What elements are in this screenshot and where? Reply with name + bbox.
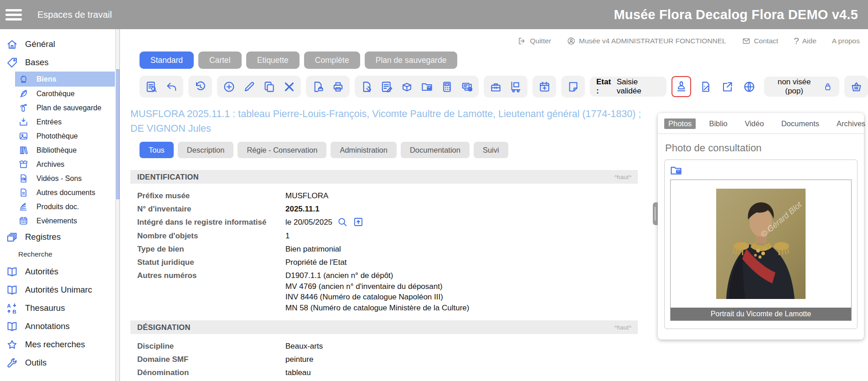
package-icon xyxy=(400,80,413,93)
media-tab-biblio[interactable]: Biblio xyxy=(705,118,731,129)
edit-button[interactable] xyxy=(239,77,258,96)
format-tab-cartel[interactable]: Cartel xyxy=(198,51,242,69)
visa-status-button[interactable]: non visée (pop) xyxy=(764,77,839,97)
printer-icon xyxy=(331,80,345,93)
format-tab-plan-de-sauvegarde[interactable]: Plan de sauvegarde xyxy=(365,51,458,69)
field-label: Dénomination xyxy=(137,366,285,379)
wand-page-button[interactable] xyxy=(696,77,715,96)
sidebar-item-evenements[interactable]: Evènements xyxy=(0,214,119,228)
calendar-add-button[interactable] xyxy=(535,77,554,96)
sidebar-item-videos-sons[interactable]: Vidéos - Sons xyxy=(0,171,119,185)
back-to-top-link[interactable]: ^haut^ xyxy=(614,174,631,180)
sidebar-item-recherche[interactable]: Recherche xyxy=(0,246,119,263)
app-title: Musée Flora Decalog Flora DEMO v4.5 xyxy=(614,7,858,22)
format-tab-standard[interactable]: Standard xyxy=(140,51,194,69)
media-tab-video[interactable]: Vidéo xyxy=(741,118,768,129)
home-icon xyxy=(6,38,18,51)
sidebar-item-autorites-unimarc[interactable]: Autorités Unimarc xyxy=(0,281,119,299)
sidebar-item-annotations[interactable]: Annotations xyxy=(0,317,119,335)
sidebar-item-phototheque[interactable]: Photothèque xyxy=(0,129,119,143)
format-tab-etiquette[interactable]: Etiquette xyxy=(246,51,300,69)
undo-button[interactable] xyxy=(162,77,181,96)
printer-button[interactable] xyxy=(328,77,347,96)
back-to-top-link[interactable]: ^haut^ xyxy=(614,324,631,331)
sidebar-item-registres[interactable]: Registres xyxy=(0,228,119,246)
record-tab-regie-conservation[interactable]: Régie - Conservation xyxy=(238,142,326,158)
sidebar-item-mes-recherches[interactable]: Mes recherches xyxy=(0,335,119,354)
record-tab-description[interactable]: Description xyxy=(178,142,234,158)
link-aide[interactable]: ?Aide xyxy=(794,36,816,46)
toolbar-group xyxy=(484,76,527,98)
sidebar-item-carotheque[interactable]: Carothèque xyxy=(0,87,119,101)
toolbar-group xyxy=(306,76,350,98)
stamp-button[interactable] xyxy=(672,76,691,97)
calculator-button[interactable] xyxy=(437,77,456,96)
link-a-propos[interactable]: A propos xyxy=(832,37,860,45)
history-button[interactable] xyxy=(191,77,210,96)
link-contact[interactable]: Contact xyxy=(742,36,778,46)
folder-image-button[interactable] xyxy=(417,77,436,96)
delete-button[interactable] xyxy=(279,77,299,96)
record-tab-administration[interactable]: Administration xyxy=(331,142,397,158)
toolbox-button[interactable] xyxy=(486,77,505,96)
edit-list-button[interactable] xyxy=(377,77,396,96)
workspace-label[interactable]: Espaces de travail xyxy=(37,10,112,20)
sidebar-item-thesaurus[interactable]: ABThesaurus xyxy=(0,299,119,317)
link-quitter[interactable]: Quitter xyxy=(517,36,551,46)
panel-collapse-handle[interactable] xyxy=(653,202,658,225)
window-up-button[interactable] xyxy=(352,216,364,229)
portrait-image: © Gérard Blot xyxy=(716,189,806,299)
copy-button[interactable] xyxy=(259,77,279,96)
sidebar-item-bibliotheque[interactable]: Bibliothèque xyxy=(0,143,119,157)
inbox-down-icon xyxy=(18,117,29,127)
link-musee-v4-administrateur-fonctionnel[interactable]: Musée v4 ADMINISTRATEUR FONCTIONNEL xyxy=(567,36,726,46)
media-tab-photos[interactable]: Photos xyxy=(664,118,696,129)
edit-icon xyxy=(243,80,256,93)
sidebar-scrollbar-thumb[interactable] xyxy=(116,69,119,199)
search-button[interactable] xyxy=(336,216,348,229)
open-book-icon xyxy=(6,266,18,278)
sidebar-scrollbar[interactable] xyxy=(115,29,119,381)
format-tab-complete[interactable]: Complète xyxy=(304,51,360,69)
sidebar-item-entrees[interactable]: Entrées xyxy=(0,115,119,129)
section-designation: DÉSIGNATION^haut^DisciplineBeaux-artsDom… xyxy=(130,320,638,381)
quill-icon xyxy=(18,88,29,99)
record-tab-tous[interactable]: Tous xyxy=(140,142,174,158)
package-button[interactable] xyxy=(397,77,416,96)
toolbar-group xyxy=(355,76,479,98)
field-label: Nombre d'objets xyxy=(137,229,285,242)
photo-area[interactable]: © Gérard Blot xyxy=(671,180,851,308)
sidebar-item-archives[interactable]: Archives xyxy=(0,157,119,171)
attach-page-button[interactable] xyxy=(357,77,376,96)
window-up-icon xyxy=(352,216,364,228)
external-link-button[interactable] xyxy=(718,77,737,96)
sidebar-item-general[interactable]: Général xyxy=(0,35,119,53)
print-page-button[interactable] xyxy=(308,77,327,96)
cards-add-button[interactable] xyxy=(457,77,476,96)
media-tab-archives[interactable]: Archives xyxy=(832,118,868,129)
globe-up-button[interactable] xyxy=(740,77,759,96)
sidebar-item-bases[interactable]: Bases xyxy=(0,53,119,72)
record-search-button[interactable] xyxy=(142,77,161,96)
media-tab-documents[interactable]: Documents xyxy=(777,118,823,129)
media-heading: Photo de consultation xyxy=(665,142,858,154)
record-tab-suivi[interactable]: Suivi xyxy=(474,142,508,158)
sidebar-item-biens[interactable]: Biens xyxy=(15,72,115,87)
sidebar-item-plan-de-sauvegarde[interactable]: Plan de sauvegarde xyxy=(0,101,119,115)
note-button[interactable] xyxy=(563,77,583,96)
field-value: D1907.1.1 (ancien n° de dépôt) MV 4769 (… xyxy=(285,269,638,313)
basket-button[interactable] xyxy=(847,77,866,96)
folder-image-button[interactable] xyxy=(669,164,683,179)
add-button[interactable] xyxy=(219,77,238,96)
sidebar: GénéralBasesBiensCarothèquePlan de sauve… xyxy=(0,29,120,381)
field-row: Dénominationtableau xyxy=(137,366,638,379)
record-tab-documentation[interactable]: Documentation xyxy=(401,142,470,158)
sidebar-item-outils[interactable]: Outils xyxy=(0,354,119,372)
hamburger-menu-icon[interactable] xyxy=(5,9,22,21)
sidebar-item-autorites[interactable]: Autorités xyxy=(0,263,119,281)
trolley-button[interactable] xyxy=(506,77,525,96)
field-value: Propriété de l'Etat xyxy=(285,256,638,269)
sidebar-item-autres-documents[interactable]: Autres documents xyxy=(0,185,119,200)
sidebar-item-produits-doc[interactable]: Produits doc. xyxy=(0,200,119,214)
section-identification: IDENTIFICATION^haut^Préfixe muséeMUSFLOR… xyxy=(130,170,638,320)
